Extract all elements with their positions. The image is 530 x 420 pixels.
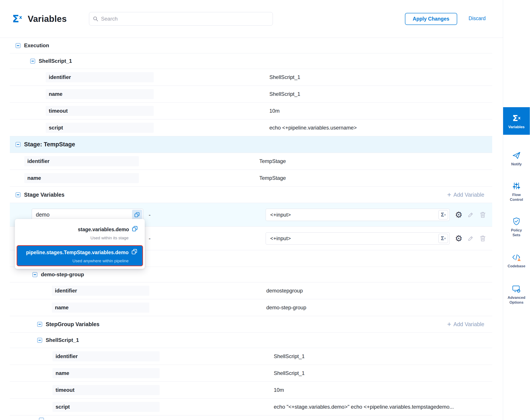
header: Σx Variables Apply Changes Discard <box>0 0 503 38</box>
field-value: demostepgroup <box>266 288 303 294</box>
popup-option-text: stage.variables.demo <box>78 227 129 233</box>
field-label: name <box>24 173 139 183</box>
field-label: name <box>46 89 154 99</box>
collapse-icon[interactable] <box>30 59 35 64</box>
shield-check-icon <box>512 217 521 226</box>
field-row-name: name TempStage <box>10 170 492 187</box>
popup-option-pipeline-scope[interactable]: pipeline.stages.TempStage.variables.demo… <box>17 245 143 266</box>
delete-trash-icon[interactable] <box>478 210 487 220</box>
field-value: ShellScript_1 <box>274 370 305 376</box>
variable-path-popup: stage.variables.demo Used within its sta… <box>15 219 145 269</box>
collapse-icon[interactable] <box>15 192 21 197</box>
page-title: Variables <box>28 14 67 24</box>
sidebar-item-policy-sets[interactable]: Policy Sets <box>503 215 530 239</box>
sidebar-item-notify[interactable]: Notify <box>503 149 530 168</box>
collapse-icon[interactable] <box>32 272 37 277</box>
separator-dash: - <box>149 211 151 218</box>
tree-label: ShellScript_1 <box>46 337 79 343</box>
field-row-identifier: identifier TempStage <box>10 153 492 170</box>
field-row-name: name demo-step-group <box>10 299 492 316</box>
apply-changes-button[interactable]: Apply Changes <box>405 13 457 25</box>
collapse-icon[interactable] <box>37 322 42 327</box>
field-value: echo <+pipeline.variables.username> <box>269 125 357 131</box>
sigma-x-icon: Σx <box>513 113 521 123</box>
field-label: identifier <box>52 351 160 361</box>
field-row-name: name ShellScript_1 <box>10 86 492 103</box>
field-label: script <box>52 402 160 412</box>
sidebar-item-variables[interactable]: Σx Variables <box>503 107 530 135</box>
copy-icon[interactable] <box>132 210 142 220</box>
right-sidebar: Σx Variables Notify Flow Control Policy … <box>503 0 530 420</box>
copy-icon[interactable] <box>132 225 138 233</box>
discard-button[interactable]: Discard <box>469 15 486 21</box>
field-row-name: name ShellScript_1 <box>10 365 492 382</box>
tree-row-execution: Execution <box>10 38 492 53</box>
field-label: name <box>52 368 160 378</box>
field-label: identifier <box>52 286 149 296</box>
collapse-icon[interactable] <box>15 142 21 147</box>
delete-trash-icon[interactable] <box>478 234 487 243</box>
add-variable-button[interactable]: +Add Variable <box>447 321 484 328</box>
popup-option-subtext: Used anywhere within pipeline <box>22 258 138 263</box>
copy-icon[interactable] <box>131 249 138 256</box>
field-label: name <box>52 302 149 313</box>
field-value: ShellScript_1 <box>274 353 305 360</box>
settings-gear-icon[interactable]: ⚙ <box>454 234 464 243</box>
section-label: StepGroup Variables <box>46 321 100 328</box>
field-row-timeout: timeout 10m <box>10 103 492 120</box>
variables-panel: Σx Variables Apply Changes Discard Execu… <box>0 0 530 420</box>
popup-option-subtext: Used within its stage <box>21 236 138 240</box>
field-label: identifier <box>24 156 139 166</box>
stage-title: Stage: TempStage <box>24 141 75 148</box>
field-label: script <box>46 123 154 133</box>
section-label: Stage Variables <box>24 192 64 198</box>
popup-option-text: pipeline.stages.TempStage.variables.demo <box>26 250 129 255</box>
collapse-icon[interactable] <box>15 43 21 48</box>
tree-label: demo-step-group <box>41 271 84 278</box>
plus-icon: + <box>447 191 451 198</box>
edit-pencil-icon[interactable] <box>466 234 475 243</box>
collapse-icon[interactable] <box>37 338 42 343</box>
tree-label: ShellScript_1 <box>39 58 72 64</box>
sidebar-item-advanced-options[interactable]: Advanced Options <box>503 283 530 306</box>
settings-gear-icon[interactable]: ⚙ <box>454 210 464 220</box>
stage-header-row: Stage: TempStage <box>10 136 492 153</box>
field-row-identifier: identifier demostepgroup <box>10 282 492 299</box>
field-label: timeout <box>46 106 154 116</box>
edit-pencil-icon[interactable] <box>466 210 475 220</box>
search-box <box>89 12 273 26</box>
collapse-icon[interactable] <box>39 418 44 420</box>
tree-row-shellscript: ShellScript_1 <box>10 332 492 348</box>
sliders-icon <box>512 181 521 191</box>
field-row-identifier: identifier ShellScript_1 <box>10 348 492 365</box>
variables-tree: Execution ShellScript_1 identifier Shell… <box>0 38 503 420</box>
field-label: timeout <box>52 385 160 395</box>
tree-label: Execution <box>24 43 49 48</box>
field-row-identifier: identifier ShellScript_1 <box>10 69 492 86</box>
runtime-input-sigma-icon[interactable]: Σx <box>438 210 448 219</box>
tree-row-shellscript: ShellScript_1 <box>10 53 492 69</box>
field-value: echo "<+stage.variables.demo>" echo <+pi… <box>274 404 454 410</box>
section-row-stage-variables: Stage Variables +Add Variable <box>10 187 492 203</box>
sidebar-item-codebase[interactable]: Codebase <box>503 251 530 270</box>
search-input[interactable] <box>101 16 273 22</box>
field-value: 10m <box>274 387 284 393</box>
variable-value-input[interactable]: <+input> Σx <box>266 209 450 221</box>
plus-icon: + <box>447 321 451 328</box>
field-value: demo-step-group <box>266 304 306 311</box>
section-row-stepgroup-variables: StepGroup Variables +Add Variable <box>10 316 492 332</box>
add-variable-button[interactable]: +Add Variable <box>447 191 484 198</box>
field-value: ShellScript_1 <box>269 74 300 80</box>
field-value: 10m <box>269 108 280 114</box>
search-icon <box>93 16 98 22</box>
tree-row-demo-step-group: demo-step-group <box>10 267 492 282</box>
runtime-input-sigma-icon[interactable]: Σx <box>438 234 448 243</box>
field-row-timeout: timeout 10m <box>10 382 492 399</box>
field-value: ShellScript_1 <box>269 91 300 97</box>
window-gear-icon <box>512 284 521 294</box>
code-warning-icon <box>512 253 521 262</box>
popup-option-stage-scope[interactable]: stage.variables.demo Used within its sta… <box>16 222 143 243</box>
field-value: TempStage <box>259 158 286 164</box>
variable-value-input[interactable]: <+input> Σx <box>266 232 450 245</box>
sidebar-item-flow-control[interactable]: Flow Control <box>503 180 530 203</box>
